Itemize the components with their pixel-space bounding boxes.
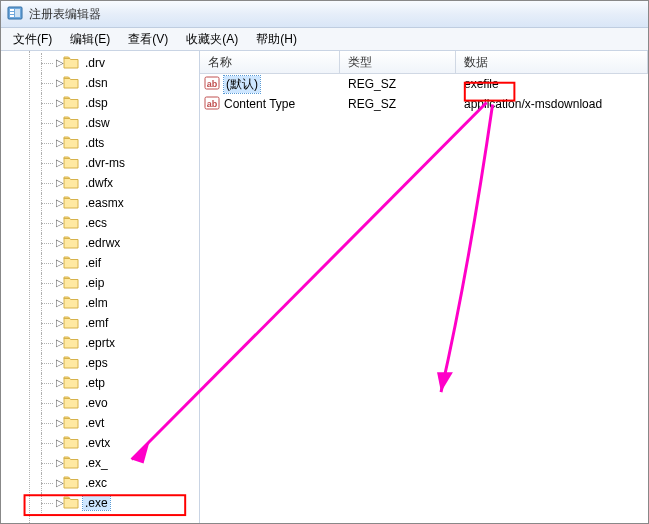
expand-icon[interactable]: ▷ <box>55 378 65 388</box>
tree-item[interactable]: ▷ .etp <box>5 373 199 393</box>
menu-fav[interactable]: 收藏夹(A) <box>178 29 246 50</box>
tree-item-label: .easmx <box>83 196 126 210</box>
tree-item-label: .eprtx <box>83 336 117 350</box>
tree-item[interactable]: ▷ .emf <box>5 313 199 333</box>
tree-item[interactable]: ▷ .eprtx <box>5 333 199 353</box>
tree-item[interactable]: ▷ .exe <box>5 493 199 513</box>
menu-edit[interactable]: 编辑(E) <box>62 29 118 50</box>
tree-item-label: .dvr-ms <box>83 156 127 170</box>
tree-item[interactable]: ▷ .dsn <box>5 73 199 93</box>
expand-icon[interactable]: ▷ <box>55 418 65 428</box>
tree-item-label: .drv <box>83 56 107 70</box>
tree-item[interactable]: ▷ .eip <box>5 273 199 293</box>
tree-item[interactable]: ▷ .elm <box>5 293 199 313</box>
expand-icon[interactable]: ▷ <box>55 398 65 408</box>
svg-text:ab: ab <box>207 99 218 109</box>
tree-pane: ▷ .drv▷ .dsn▷ .dsp▷ .dsw▷ .dts▷ .dvr-ms▷… <box>1 51 200 523</box>
tree-item-label: .elm <box>83 296 110 310</box>
expand-icon[interactable]: ▷ <box>55 338 65 348</box>
expand-icon[interactable]: ▷ <box>55 318 65 328</box>
col-header-data[interactable]: 数据 <box>456 51 648 73</box>
tree-item-label: .exe <box>83 496 110 510</box>
tree-item[interactable]: ▷ .evtx <box>5 433 199 453</box>
tree-item[interactable]: ▷ .exc <box>5 473 199 493</box>
string-value-icon: ab <box>204 75 220 94</box>
col-header-name[interactable]: 名称 <box>200 51 340 73</box>
tree-item[interactable]: ▷ .ex_ <box>5 453 199 473</box>
svg-rect-1 <box>10 9 14 11</box>
expand-icon[interactable]: ▷ <box>55 78 65 88</box>
expand-icon[interactable]: ▷ <box>55 138 65 148</box>
tree-item[interactable]: ▷ .ecs <box>5 213 199 233</box>
svg-text:ab: ab <box>207 79 218 89</box>
expand-icon[interactable]: ▷ <box>55 278 65 288</box>
value-data: exefile <box>456 77 648 91</box>
list-row[interactable]: ab (默认)REG_SZexefile <box>200 74 648 94</box>
list-header: 名称 类型 数据 <box>200 51 648 74</box>
value-type: REG_SZ <box>340 77 456 91</box>
expand-icon[interactable]: ▷ <box>55 198 65 208</box>
expand-icon[interactable]: ▷ <box>55 158 65 168</box>
expand-icon[interactable]: ▷ <box>55 238 65 248</box>
expand-icon[interactable]: ▷ <box>55 98 65 108</box>
tree-item-label: .emf <box>83 316 110 330</box>
tree-item[interactable]: ▷ .eps <box>5 353 199 373</box>
svg-rect-2 <box>10 12 14 14</box>
tree-item-label: .evt <box>83 416 106 430</box>
tree-item-label: .etp <box>83 376 107 390</box>
tree-item[interactable]: ▷ .dvr-ms <box>5 153 199 173</box>
tree-scroll[interactable]: ▷ .drv▷ .dsn▷ .dsp▷ .dsw▷ .dts▷ .dvr-ms▷… <box>1 51 199 523</box>
expand-icon[interactable]: ▷ <box>55 498 65 508</box>
tree-item[interactable]: ▷ .eif <box>5 253 199 273</box>
client-area: ▷ .drv▷ .dsn▷ .dsp▷ .dsw▷ .dts▷ .dvr-ms▷… <box>1 51 648 523</box>
value-data: application/x-msdownload <box>456 97 648 111</box>
expand-icon[interactable]: ▷ <box>55 218 65 228</box>
expand-icon[interactable]: ▷ <box>55 458 65 468</box>
value-type: REG_SZ <box>340 97 456 111</box>
tree-item[interactable]: ▷ .dts <box>5 133 199 153</box>
expand-icon[interactable]: ▷ <box>55 258 65 268</box>
expand-icon[interactable]: ▷ <box>55 438 65 448</box>
expand-icon[interactable]: ▷ <box>55 478 65 488</box>
tree-item-label: .exc <box>83 476 109 490</box>
value-name: Content Type <box>224 97 295 111</box>
expand-icon[interactable]: ▷ <box>55 358 65 368</box>
tree-item-label: .edrwx <box>83 236 122 250</box>
expand-icon[interactable]: ▷ <box>55 298 65 308</box>
svg-rect-4 <box>15 9 20 17</box>
tree-item-label: .ecs <box>83 216 109 230</box>
list-pane: 名称 类型 数据 ab (默认)REG_SZexefile ab Content… <box>200 51 648 523</box>
tree-item[interactable]: ▷ .edrwx <box>5 233 199 253</box>
tree-item-label: .evtx <box>83 436 112 450</box>
tree-item[interactable]: ▷ .dsp <box>5 93 199 113</box>
menu-help[interactable]: 帮助(H) <box>248 29 305 50</box>
value-name: (默认) <box>224 76 260 93</box>
tree-item[interactable]: ▷ .dsw <box>5 113 199 133</box>
tree-item-label: .dsp <box>83 96 110 110</box>
tree-item-label: .eip <box>83 276 106 290</box>
list-body[interactable]: ab (默认)REG_SZexefile ab Content TypeREG_… <box>200 74 648 523</box>
col-header-type[interactable]: 类型 <box>340 51 456 73</box>
svg-rect-3 <box>10 15 14 17</box>
menu-view[interactable]: 查看(V) <box>120 29 176 50</box>
tree-item[interactable]: ▷ .easmx <box>5 193 199 213</box>
expand-icon[interactable]: ▷ <box>55 118 65 128</box>
menu-file[interactable]: 文件(F) <box>5 29 60 50</box>
expand-icon[interactable]: ▷ <box>55 178 65 188</box>
tree-item-label: .ex_ <box>83 456 110 470</box>
tree-item-label: .dsn <box>83 76 110 90</box>
tree-item-label: .eif <box>83 256 103 270</box>
tree-item-label: .dsw <box>83 116 112 130</box>
tree-item-label: .dwfx <box>83 176 115 190</box>
expand-icon[interactable]: ▷ <box>55 58 65 68</box>
window-title: 注册表编辑器 <box>29 6 101 23</box>
tree-item[interactable]: ▷ .drv <box>5 53 199 73</box>
list-row[interactable]: ab Content TypeREG_SZapplication/x-msdow… <box>200 94 648 114</box>
tree-item[interactable]: ▷ .dwfx <box>5 173 199 193</box>
tree-item[interactable]: ▷ .evt <box>5 413 199 433</box>
regedit-window: 注册表编辑器 文件(F) 编辑(E) 查看(V) 收藏夹(A) 帮助(H) ▷ … <box>0 0 649 524</box>
tree-item[interactable]: ▷ .evo <box>5 393 199 413</box>
regedit-app-icon <box>7 5 23 24</box>
menubar: 文件(F) 编辑(E) 查看(V) 收藏夹(A) 帮助(H) <box>1 28 648 51</box>
titlebar: 注册表编辑器 <box>1 1 648 28</box>
